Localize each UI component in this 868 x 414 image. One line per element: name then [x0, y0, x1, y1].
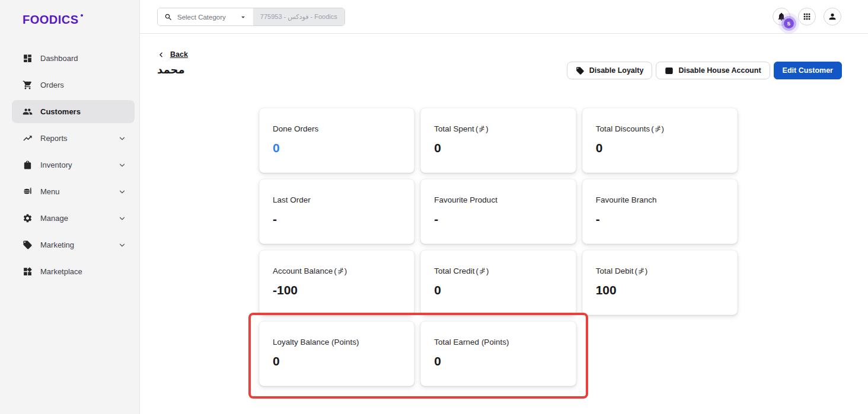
disable-house-account-label: Disable House Account	[678, 66, 761, 75]
stat-card-account-balance: Account Balance () -100	[259, 250, 414, 315]
marketplace-icon	[23, 267, 33, 277]
stat-card-label: Done Orders	[273, 124, 318, 133]
stat-card-total-credit: Total Credit () 0	[420, 250, 576, 315]
account-button[interactable]	[824, 8, 841, 25]
saudi-riyal-icon: ()	[334, 267, 347, 275]
topbar: Select Category 775953 - فودكس - Foodics…	[140, 0, 868, 34]
stat-card-total-debit: Total Debit () 100	[582, 250, 738, 315]
topbar-actions: 5	[773, 8, 841, 25]
stat-card-value: -	[273, 212, 401, 226]
stat-card-favourite-product: Favourite Product -	[420, 179, 576, 244]
stat-card-value: 0	[434, 283, 562, 297]
stat-card-label: Loyalty Balance (Points)	[273, 338, 359, 346]
stat-card-done-orders: Done Orders 0	[259, 108, 414, 173]
chevron-down-icon	[118, 241, 126, 249]
stat-card-total-earned-points-: Total Earned (Points) 0	[420, 321, 576, 386]
chevron-down-icon	[118, 188, 126, 196]
caret-down-icon	[239, 13, 247, 21]
stat-card-label: Account Balance	[273, 267, 333, 275]
sidebar: FOODICS Dashboard Orders Customers Repor…	[0, 0, 140, 414]
chevron-down-icon	[118, 134, 126, 143]
sidebar-item-menu[interactable]: Menu	[12, 180, 135, 203]
stat-card-value: 0	[273, 354, 401, 368]
foodics-logo-text: FOODICS	[23, 13, 79, 27]
sidebar-item-orders[interactable]: Orders	[12, 73, 135, 97]
dashboard-icon	[23, 53, 33, 63]
stat-card-label: Total Spent	[434, 124, 474, 133]
notification-count-badge: 5	[784, 18, 794, 28]
app-root: FOODICS Dashboard Orders Customers Repor…	[0, 0, 868, 414]
stat-card-value: -100	[273, 283, 401, 297]
sidebar-item-marketplace[interactable]: Marketplace	[12, 260, 135, 283]
stat-card-value: 0	[434, 141, 562, 155]
stat-card-value: 0	[596, 141, 724, 155]
disable-loyalty-label: Disable Loyalty	[589, 66, 644, 75]
back-link-label: Back	[170, 50, 188, 59]
stat-card-label: Favourite Product	[434, 195, 497, 204]
back-link[interactable]: Back	[157, 50, 188, 59]
apps-grid-icon	[802, 12, 812, 21]
sidebar-item-dashboard[interactable]: Dashboard	[12, 47, 135, 70]
tag-icon	[576, 66, 585, 75]
house-account-card-icon	[665, 66, 674, 75]
sidebar-nav: Dashboard Orders Customers Reports Inven…	[0, 47, 139, 287]
cart-icon	[23, 80, 33, 90]
saudi-riyal-icon: ()	[651, 124, 664, 133]
stat-card-last-order: Last Order -	[259, 179, 414, 244]
customer-name-title: محمد	[157, 63, 185, 76]
stat-card-value: -	[434, 212, 562, 226]
stat-card-label: Total Earned (Points)	[434, 338, 509, 346]
saudi-riyal-icon: ()	[634, 267, 647, 275]
stat-card-value: 0	[273, 141, 401, 155]
sidebar-item-marketing[interactable]: Marketing	[12, 233, 135, 256]
search-input[interactable]: 775953 - فودكس - Foodics	[253, 8, 344, 25]
reports-icon	[23, 133, 33, 143]
stat-card-total-discounts: Total Discounts () 0	[582, 108, 738, 173]
stat-card-value: 100	[596, 283, 724, 297]
inventory-icon	[23, 160, 33, 170]
chevron-down-icon	[118, 161, 126, 169]
global-search: Select Category 775953 - فودكس - Foodics	[157, 8, 345, 26]
foodics-logo[interactable]: FOODICS	[23, 13, 83, 27]
people-icon	[23, 107, 33, 117]
notifications-button[interactable]: 5	[773, 8, 790, 25]
stat-card-label: Total Credit	[434, 267, 474, 275]
stats-grid: Done Orders 0 Total Spent () 0 Total Dis…	[259, 108, 738, 386]
search-icon	[164, 13, 173, 21]
logo-trademark-dot	[81, 14, 83, 17]
category-selector[interactable]: Select Category	[158, 8, 253, 25]
apps-button[interactable]	[798, 8, 816, 25]
edit-customer-label: Edit Customer	[783, 66, 833, 75]
stat-card-label: Total Debit	[596, 267, 634, 275]
stat-card-label: Total Discounts	[596, 124, 650, 133]
sidebar-item-manage[interactable]: Manage	[12, 207, 135, 230]
sidebar-item-inventory[interactable]: Inventory	[12, 153, 135, 176]
marketing-icon	[23, 240, 33, 250]
disable-loyalty-button[interactable]: Disable Loyalty	[567, 62, 653, 79]
chevron-left-icon	[157, 51, 165, 59]
stat-card-loyalty-balance-points-: Loyalty Balance (Points) 0	[259, 321, 414, 386]
stat-card-favourite-branch: Favourite Branch -	[582, 179, 738, 244]
chevron-down-icon	[118, 214, 126, 223]
stat-card-value: -	[596, 212, 724, 226]
stat-card-label: Last Order	[273, 195, 311, 204]
stat-card-value: 0	[434, 354, 562, 368]
person-icon	[828, 12, 837, 21]
saudi-riyal-icon: ()	[476, 124, 489, 133]
sidebar-item-reports[interactable]: Reports	[12, 127, 135, 150]
category-selector-label: Select Category	[177, 14, 226, 21]
sidebar-item-customers[interactable]: Customers	[12, 100, 135, 123]
stat-card-total-spent: Total Spent () 0	[420, 108, 576, 173]
customer-actions: Disable Loyalty Disable House Account Ed…	[567, 62, 842, 79]
main-content: Back محمد Disable Loyalty Disable House …	[140, 34, 868, 414]
stat-card-label: Favourite Branch	[596, 195, 657, 204]
manage-icon	[23, 213, 33, 223]
menu-icon	[23, 187, 33, 197]
saudi-riyal-icon: ()	[476, 267, 489, 275]
edit-customer-button[interactable]: Edit Customer	[774, 62, 842, 79]
disable-house-account-button[interactable]: Disable House Account	[656, 62, 770, 79]
